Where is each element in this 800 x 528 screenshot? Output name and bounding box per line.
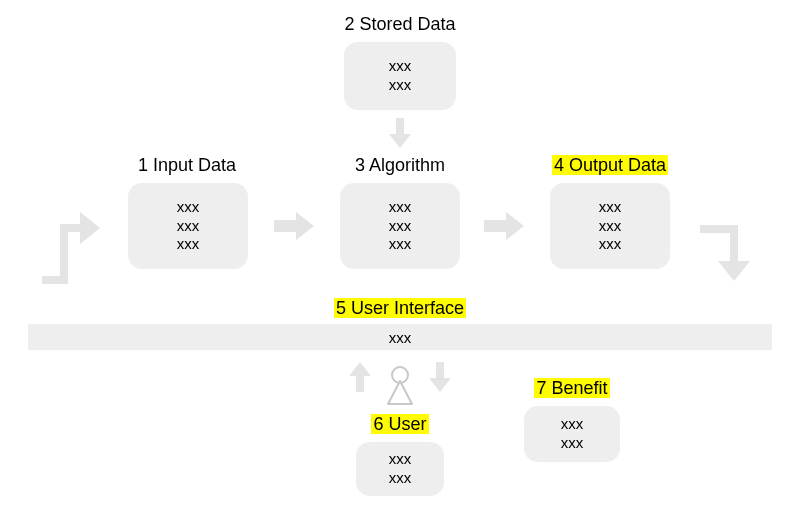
output-data-title-text: 4 Output Data (552, 155, 668, 175)
arrow-stored-to-algo (389, 118, 411, 148)
algorithm-box: xxx xxx xxx (340, 183, 460, 269)
input-line-0: xxx (177, 198, 200, 217)
benefit-line-0: xxx (561, 415, 584, 434)
benefit-title-text: 7 Benefit (534, 378, 609, 398)
arrow-ui-to-user (429, 362, 451, 392)
benefit-line-1: xxx (561, 434, 584, 453)
arrow-input-to-algo (274, 212, 314, 240)
user-icon (385, 366, 415, 406)
diagram-canvas: 2 Stored Data xxx xxx 1 Input Data xxx x… (0, 0, 800, 528)
algorithm-title: 3 Algorithm (320, 155, 480, 176)
arrow-output-to-ui (700, 225, 750, 281)
stored-line-0: xxx (389, 57, 412, 76)
arrow-algo-to-output (484, 212, 524, 240)
user-interface-bar: xxx (28, 324, 772, 350)
benefit-box: xxx xxx (524, 406, 620, 462)
output-data-title: 4 Output Data (530, 155, 690, 176)
user-interface-title: 5 User Interface (300, 298, 500, 319)
ui-line-0: xxx (389, 329, 412, 346)
stored-data-title-text: 2 Stored Data (344, 14, 455, 34)
user-interface-title-text: 5 User Interface (334, 298, 466, 318)
algo-line-0: xxx (389, 198, 412, 217)
arrow-ui-to-input (42, 212, 100, 284)
input-data-title: 1 Input Data (107, 155, 267, 176)
stored-line-1: xxx (389, 76, 412, 95)
algo-line-1: xxx (389, 217, 412, 236)
input-line-2: xxx (177, 235, 200, 254)
input-data-box: xxx xxx xxx (128, 183, 248, 269)
output-line-1: xxx (599, 217, 622, 236)
stored-data-title: 2 Stored Data (300, 14, 500, 35)
input-line-1: xxx (177, 217, 200, 236)
user-box: xxx xxx (356, 442, 444, 496)
input-data-title-text: 1 Input Data (138, 155, 236, 175)
user-line-1: xxx (389, 469, 412, 488)
benefit-title: 7 Benefit (508, 378, 636, 399)
arrow-user-to-ui (349, 362, 371, 392)
user-title: 6 User (336, 414, 464, 435)
algorithm-title-text: 3 Algorithm (355, 155, 445, 175)
output-line-2: xxx (599, 235, 622, 254)
user-title-text: 6 User (371, 414, 428, 434)
algo-line-2: xxx (389, 235, 412, 254)
output-data-box: xxx xxx xxx (550, 183, 670, 269)
stored-data-box: xxx xxx (344, 42, 456, 110)
user-line-0: xxx (389, 450, 412, 469)
output-line-0: xxx (599, 198, 622, 217)
